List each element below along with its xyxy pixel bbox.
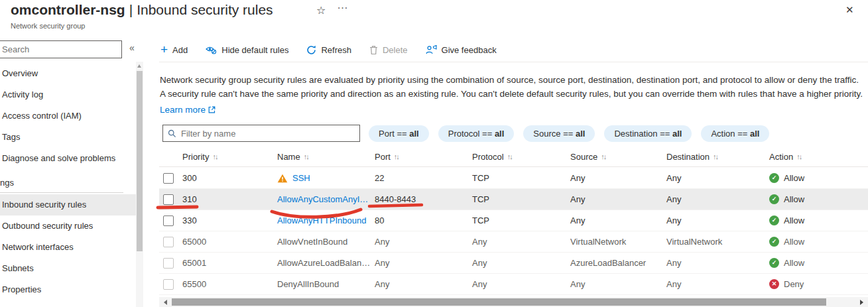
sidebar-item-access-control[interactable]: Access control (IAM) bbox=[0, 105, 136, 127]
row-checkbox[interactable] bbox=[163, 173, 174, 184]
sidebar-item-diagnose[interactable]: Diagnose and solve problems bbox=[0, 148, 136, 169]
filter-pill-protocol[interactable]: Protocol == all bbox=[438, 125, 515, 142]
pill-value: all bbox=[750, 129, 759, 139]
table-row-deny-all[interactable]: 65500 DenyAllInBound Any Any Any Any ✕De… bbox=[159, 274, 868, 295]
cell-action: Allow bbox=[784, 173, 804, 183]
favorite-star-icon[interactable]: ☆ bbox=[316, 4, 326, 17]
rule-name-text: DenyAllInBound bbox=[277, 279, 339, 289]
column-header-protocol[interactable]: Protocol↑↓ bbox=[472, 152, 570, 162]
hide-default-rules-button[interactable]: Hide default rules bbox=[206, 45, 288, 55]
sidebar-item-activity-log[interactable]: Activity log bbox=[0, 84, 136, 105]
scrollbar-left-arrow-icon[interactable] bbox=[164, 300, 167, 305]
cell-port: Any bbox=[375, 237, 472, 247]
rule-name-text: AllowAzureLoadBalan… bbox=[277, 258, 370, 268]
rule-name-link[interactable]: AllowAnyCustomAnyI… bbox=[277, 194, 368, 204]
rule-name-link[interactable]: AllowAnyHTTPInbound bbox=[277, 215, 366, 225]
close-icon[interactable]: ✕ bbox=[845, 4, 854, 16]
sidebar-item-label: Inbound security rules bbox=[2, 200, 86, 210]
table-row-allow-vnet[interactable]: 65000 AllowVnetInBound Any Any VirtualNe… bbox=[159, 231, 868, 253]
give-feedback-button[interactable]: Give feedback bbox=[426, 45, 497, 55]
cell-protocol: TCP bbox=[472, 215, 570, 225]
allow-status-icon: ✓ bbox=[769, 194, 779, 204]
cell-priority: 65500 bbox=[182, 279, 277, 289]
column-label: Port bbox=[375, 152, 391, 162]
hide-default-rules-label: Hide default rules bbox=[221, 45, 288, 55]
info-text-body: Network security group security rules ar… bbox=[160, 75, 863, 99]
sort-arrows-icon: ↑↓ bbox=[394, 153, 399, 160]
cell-destination: Any bbox=[666, 194, 769, 204]
external-link-icon bbox=[208, 106, 216, 113]
more-options-icon[interactable]: … bbox=[337, 0, 349, 12]
table-row-ssh[interactable]: 300 SSH 22 TCP Any Any ✓Allow bbox=[159, 168, 868, 189]
cell-destination: VirtualNetwork bbox=[666, 237, 769, 247]
pill-value: all bbox=[409, 129, 418, 139]
column-header-name[interactable]: Name↑↓ bbox=[277, 152, 375, 162]
rule-name-text: AllowVnetInBound bbox=[277, 237, 347, 247]
sidebar-scrollbar-thumb[interactable] bbox=[137, 71, 143, 251]
eye-hide-icon bbox=[206, 45, 217, 54]
column-header-port[interactable]: Port↑↓ bbox=[375, 152, 472, 162]
sidebar-nav: Overview Activity log Access control (IA… bbox=[0, 63, 136, 300]
delete-button[interactable]: Delete bbox=[369, 45, 408, 55]
horizontal-scrollbar[interactable] bbox=[159, 297, 868, 307]
learn-more-link[interactable]: Learn more bbox=[160, 103, 216, 117]
title-separator: | bbox=[129, 2, 133, 17]
add-button-label: Add bbox=[172, 45, 188, 55]
cell-port: Any bbox=[375, 258, 472, 268]
scrollbar-right-arrow-icon[interactable] bbox=[860, 300, 863, 305]
scrollbar-up-arrow-icon bbox=[137, 64, 141, 68]
cell-port: 80 bbox=[375, 215, 472, 225]
sidebar-item-inbound-security-rules[interactable]: Inbound security rules bbox=[0, 194, 136, 215]
pill-field: Port bbox=[379, 129, 395, 139]
column-label: Source bbox=[570, 152, 597, 162]
table-row-allow-any-custom[interactable]: 310 AllowAnyCustomAnyI… 8440-8443 TCP An… bbox=[159, 189, 868, 210]
cell-protocol: Any bbox=[472, 279, 570, 289]
cell-protocol: Any bbox=[472, 258, 570, 268]
pill-value: all bbox=[672, 129, 682, 139]
sidebar-scrollbar[interactable] bbox=[136, 62, 143, 307]
sidebar-search-input[interactable] bbox=[0, 41, 121, 58]
info-text: Network security group security rules ar… bbox=[160, 73, 864, 117]
column-header-source[interactable]: Source↑↓ bbox=[570, 152, 666, 162]
column-header-action[interactable]: Action↑↓ bbox=[769, 152, 868, 162]
sidebar-item-network-interfaces[interactable]: Network interfaces bbox=[0, 237, 136, 258]
sidebar-item-outbound-security-rules[interactable]: Outbound security rules bbox=[0, 215, 136, 237]
column-header-destination[interactable]: Destination↑↓ bbox=[666, 152, 769, 162]
cell-source: VirtualNetwork bbox=[570, 237, 666, 247]
filter-by-name-input[interactable] bbox=[181, 129, 355, 139]
filter-pill-action[interactable]: Action == all bbox=[701, 125, 769, 142]
rule-name-link[interactable]: SSH bbox=[292, 173, 310, 183]
table-row-allow-http[interactable]: 330 AllowAnyHTTPInbound 80 TCP Any Any ✓… bbox=[159, 210, 868, 231]
sidebar-item-overview[interactable]: Overview bbox=[0, 63, 136, 84]
table-row-allow-azure-lb[interactable]: 65001 AllowAzureLoadBalan… Any Any Azure… bbox=[159, 253, 868, 274]
add-button[interactable]: + Add bbox=[160, 44, 188, 55]
column-header-priority[interactable]: Priority↑↓ bbox=[182, 152, 277, 162]
filter-pill-destination[interactable]: Destination == all bbox=[604, 125, 692, 142]
row-checkbox[interactable] bbox=[163, 237, 174, 247]
row-checkbox[interactable] bbox=[163, 215, 174, 226]
sidebar-item-subnets[interactable]: Subnets bbox=[0, 258, 136, 279]
sidebar-item-properties[interactable]: Properties bbox=[0, 279, 136, 300]
give-feedback-label: Give feedback bbox=[442, 45, 497, 55]
filter-pill-port[interactable]: Port == all bbox=[369, 125, 429, 142]
horizontal-scrollbar-thumb[interactable] bbox=[172, 298, 826, 306]
sidebar-item-tags[interactable]: Tags bbox=[0, 127, 136, 148]
allow-status-icon: ✓ bbox=[769, 215, 779, 225]
filter-pill-source[interactable]: Source == all bbox=[523, 125, 595, 142]
sidebar-collapse-icon[interactable]: « bbox=[129, 42, 135, 53]
sidebar-item-label: Diagnose and solve problems bbox=[2, 153, 115, 163]
cell-source: Any bbox=[570, 173, 666, 183]
sort-arrows-icon: ↑↓ bbox=[601, 153, 605, 160]
pill-op: == bbox=[660, 129, 670, 139]
sidebar-item-label: Outbound security rules bbox=[2, 221, 93, 231]
cell-action: Allow bbox=[784, 215, 804, 225]
row-checkbox[interactable] bbox=[163, 194, 174, 205]
cell-action: Allow bbox=[784, 194, 804, 204]
cell-priority: 330 bbox=[182, 215, 277, 225]
cell-action: Allow bbox=[784, 237, 804, 247]
row-checkbox[interactable] bbox=[163, 279, 174, 290]
row-checkbox[interactable] bbox=[163, 258, 174, 269]
learn-more-label: Learn more bbox=[160, 103, 206, 117]
pill-op: == bbox=[563, 129, 573, 139]
refresh-button[interactable]: Refresh bbox=[306, 45, 351, 55]
